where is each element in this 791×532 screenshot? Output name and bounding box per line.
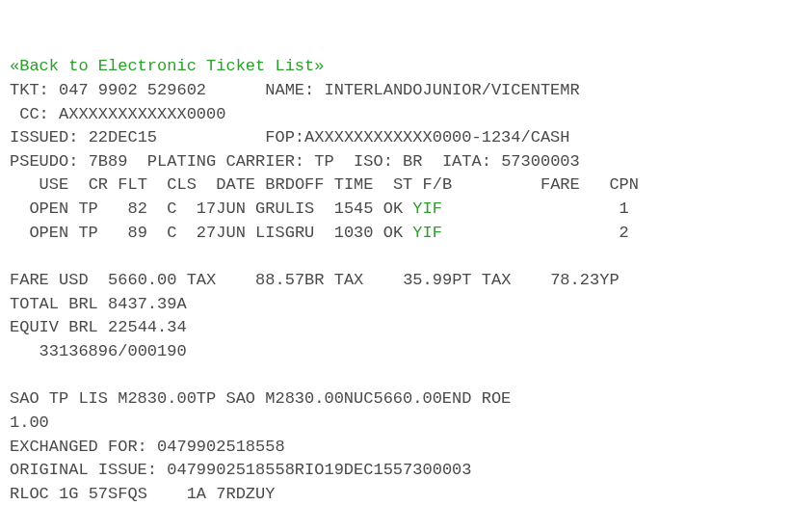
passenger-name: INTERLANDOJUNIOR/VICENTEMR: [324, 81, 579, 99]
seg-date: 17JUN: [197, 200, 246, 218]
seg-brdoff: LISGRU: [255, 224, 314, 242]
equiv-label: EQUIV BRL: [10, 318, 98, 336]
ref-number: 33136896/000190: [40, 342, 187, 360]
total-amount: 8437.39A: [108, 295, 187, 313]
tax3: 78.23YP: [550, 271, 619, 289]
seg-flt: 82: [127, 200, 146, 218]
seg-flt: 89: [127, 224, 146, 242]
rloc-sys1: 1G: [59, 485, 78, 503]
col-brdoff: BRDOFF: [265, 175, 324, 194]
tkt-number: 047 9902 529602: [59, 81, 206, 99]
seg-date: 27JUN: [197, 224, 246, 242]
issued-date: 22DEC15: [89, 128, 157, 146]
iata-value: 57300003: [501, 152, 580, 171]
pseudo-value: 7B89: [89, 152, 128, 171]
col-fare: FARE: [541, 175, 580, 194]
seg-use: OPEN: [29, 224, 68, 242]
fop-label: FOP:: [265, 128, 304, 146]
cc-label: CC:: [19, 105, 49, 123]
seg-use: OPEN: [29, 200, 68, 218]
fop-value: AXXXXXXXXXXXX0000-1234/CASH: [304, 128, 569, 146]
col-flt: FLT: [118, 175, 147, 194]
col-use: USE: [40, 175, 69, 194]
exchanged-value: 0479902518558: [157, 438, 285, 456]
col-time: TIME: [334, 175, 374, 194]
iso-value: BR: [403, 152, 422, 171]
seg-cls: C: [167, 224, 176, 242]
seg-brdoff: GRULIS: [255, 200, 314, 218]
back-link[interactable]: «Back to Electronic Ticket List»: [10, 57, 324, 75]
fare-calc-line2: 1.00: [10, 413, 49, 432]
fare-calc-line1: SAO TP LIS M2830.00TP SAO M2830.00NUC566…: [10, 389, 511, 408]
iata-label: IATA:: [442, 152, 491, 171]
seg-cr: TP: [78, 200, 97, 218]
col-fb: F/B: [423, 175, 453, 194]
rloc-code2: 7RDZUY: [216, 485, 275, 503]
total-label: TOTAL BRL: [10, 295, 98, 313]
tax2: 35.99PT: [403, 271, 471, 289]
seg-cls: C: [167, 200, 176, 218]
seg-st: OK: [383, 200, 403, 218]
seg-fb: YIF: [412, 200, 442, 218]
seg-time: 1545: [334, 200, 374, 218]
cc-value: AXXXXXXXXXXXX0000: [59, 105, 225, 123]
col-cpn: CPN: [609, 175, 639, 194]
col-cr: CR: [89, 175, 108, 194]
fare-label: FARE USD: [10, 271, 89, 289]
rloc-sys2: 1A: [187, 485, 206, 503]
equiv-amount: 22544.34: [108, 318, 187, 336]
col-cls: CLS: [167, 175, 197, 194]
name-label: NAME:: [265, 81, 314, 99]
seg-cpn: 2: [620, 224, 629, 242]
rloc-label: RLOC: [10, 485, 49, 503]
tax-label: TAX: [334, 271, 364, 289]
seg-fb: YIF: [412, 224, 442, 242]
seg-cr: TP: [78, 224, 97, 242]
exchanged-label: EXCHANGED FOR:: [10, 438, 147, 456]
original-issue-label: ORIGINAL ISSUE:: [10, 461, 157, 479]
iso-label: ISO:: [354, 152, 393, 171]
col-st: ST: [393, 175, 412, 194]
seg-st: OK: [383, 224, 403, 242]
seg-cpn: 1: [620, 200, 629, 218]
tax1: 88.57BR: [255, 271, 324, 289]
tax-label: TAX: [187, 271, 217, 289]
plating-label: PLATING CARRIER:: [147, 152, 304, 171]
seg-time: 1030: [334, 224, 374, 242]
tkt-label: TKT:: [10, 81, 49, 99]
rloc-code1: 57SFQS: [89, 485, 147, 503]
issued-label: ISSUED:: [10, 128, 78, 146]
plating-value: TP: [314, 152, 333, 171]
tax-label: TAX: [482, 271, 512, 289]
fare-amount: 5660.00: [108, 271, 176, 289]
col-date: DATE: [216, 175, 255, 194]
pseudo-label: PSEUDO:: [10, 152, 78, 171]
original-issue-value: 0479902518558RIO19DEC1557300003: [167, 461, 471, 479]
